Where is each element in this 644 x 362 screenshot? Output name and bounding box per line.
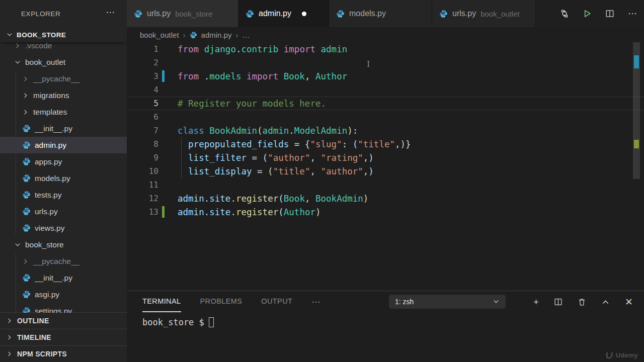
tab-label: models.py [349,9,386,18]
explorer-title: EXPLORER [21,10,60,18]
code-line-4[interactable]: 4 [127,83,644,97]
tree-item-apps-py[interactable]: apps.py [0,153,127,170]
code-editor[interactable]: 1from django.contrib import admin23from … [127,42,644,219]
tree-item-book-store[interactable]: book_store [0,236,127,253]
line-number: 5 [127,99,158,108]
tree-item-asgi-py[interactable]: asgi.py [0,286,127,303]
code-line-3[interactable]: 3from .models import Book, Author [127,69,644,83]
terminal-shell-select[interactable]: 1: zsh [389,295,506,309]
maximize-panel-icon[interactable] [601,298,610,306]
tree-item-pycache[interactable]: __pycache__ [0,70,127,87]
python-file-icon [22,207,31,216]
tab-urls-py-book-store[interactable]: urls.pybook_store [127,0,238,27]
code-line-8[interactable]: 8 prepopulated_fields = {"slug": ("title… [127,137,644,151]
gutter [158,97,178,110]
tree-item-label: __init__.py [35,124,72,133]
new-terminal-icon[interactable]: + [533,298,539,306]
kill-terminal-icon[interactable] [578,298,586,306]
gutter [158,56,178,69]
terminal-prompt: book_store $ [142,317,204,327]
code-line-5[interactable]: 5# Register your models here. [127,97,644,110]
tab-dir-hint: book_outlet [480,10,520,18]
python-file-icon [22,174,31,183]
line-number: 6 [127,112,158,122]
code-line-11[interactable]: 11 [127,178,644,192]
section-header-outline[interactable]: OUTLINE [0,312,127,329]
breadcrumb-symbol-tail[interactable]: … [242,31,250,39]
file-tree: .vscodebook_outlet__pycache__migrationst… [0,42,127,313]
line-number: 3 [127,71,158,81]
chevron-right-icon [6,317,13,324]
code-line-10[interactable]: 10 list_display = ("title", "author",) [127,164,644,178]
code-line-13[interactable]: 13admin.site.register(Author) [127,205,644,219]
tree-item-pycache[interactable]: __pycache__ [0,253,127,269]
tree-item-label: .vscode [25,42,52,50]
code-line-7[interactable]: 7class BookAdmin(admin.ModelAdmin): [127,124,644,137]
python-file-icon [22,141,31,149]
split-editor-icon[interactable] [605,9,614,18]
tree-item-views-py[interactable]: views.py [0,220,127,236]
breadcrumb-folder[interactable]: book_outlet [140,31,179,39]
tree-item-tests-py[interactable]: tests.py [0,187,127,203]
code-line-9[interactable]: 9 list_filter = ("author", "rating",) [127,151,644,164]
panel-tab-problems[interactable]: PROBLEMS [200,291,243,312]
tree-item-label: models.py [35,174,70,183]
shell-select-value: 1: zsh [395,298,414,306]
open-changes-icon[interactable] [560,9,569,18]
tree-item-models-py[interactable]: models.py [0,170,127,187]
gutter [158,83,178,97]
close-panel-icon[interactable]: ✕ [625,298,633,306]
breadcrumb-separator: › [183,31,186,39]
editor-more-actions-icon[interactable]: ⋯ [628,9,637,18]
tab-label: urls.py [147,9,171,18]
panel-more-tabs-icon[interactable]: ⋯ [311,297,320,307]
tab-urls-py-book-outlet[interactable]: urls.pybook_outlet [432,0,536,27]
git-added-indicator [162,206,165,218]
tree-item-label: tests.py [35,191,61,200]
python-file-icon [134,10,142,18]
terminal-output[interactable]: book_store $ [127,312,644,327]
tree-item-settings-py[interactable]: settings.py [0,303,127,313]
section-header-timeline[interactable]: TIMELINE [0,329,127,345]
breadcrumb-file[interactable]: admin.py [201,31,232,39]
panel-tab-output[interactable]: OUTPUT [261,291,292,312]
tree-item-urls-py[interactable]: urls.py [0,203,127,220]
tree-item-vscode[interactable]: .vscode [0,42,127,54]
gutter [158,151,178,164]
line-number: 10 [127,166,158,176]
tab-admin-py[interactable]: admin.py [238,0,329,27]
tree-item-label: admin.py [35,141,66,150]
editor-area: urls.pybook_storeadmin.pymodels.pyurls.p… [127,0,644,362]
code-line-12[interactable]: 12admin.site.register(Book, BookAdmin) [127,192,644,205]
tab-models-py[interactable]: models.py [329,0,432,27]
python-file-icon [22,191,31,199]
workspace-section-header[interactable]: BOOK_STORE [0,27,127,42]
tree-item-admin-py[interactable]: admin.py [0,137,127,153]
tree-item-init-py[interactable]: __init__.py [0,269,127,286]
tree-item-label: asgi.py [35,290,59,299]
split-terminal-icon[interactable] [554,298,562,306]
run-python-file-icon[interactable] [583,9,592,18]
section-header-npm-scripts[interactable]: NPM SCRIPTS [0,345,127,362]
line-number: 12 [127,194,158,203]
gutter [158,178,178,192]
tree-item-templates[interactable]: templates [0,104,127,120]
chevron-right-icon [22,258,29,265]
panel-header: TERMINALPROBLEMSOUTPUT ⋯ 1: zsh + ✕ [127,291,644,312]
code-line-6[interactable]: 6 [127,110,644,124]
modified-dot-icon[interactable] [302,12,306,16]
code-line-1[interactable]: 1from django.contrib import admin [127,42,644,56]
editor-scrollbar[interactable] [633,42,640,179]
code-line-2[interactable]: 2 [127,56,644,69]
udemy-logo-icon [605,352,614,359]
code-text: list_display = ("title", "author",) [178,164,374,178]
tree-item-migrations[interactable]: migrations [0,87,127,104]
code-text: # Register your models here. [178,97,326,110]
explorer-more-icon[interactable]: ⋯ [106,7,115,18]
panel-tab-terminal[interactable]: TERMINAL [142,291,181,312]
gutter [158,110,178,124]
editor-actions: ⋯ [560,0,637,27]
tree-item-label: migrations [33,91,69,100]
tree-item-init-py[interactable]: __init__.py [0,120,127,137]
tree-item-book-outlet[interactable]: book_outlet [0,54,127,70]
